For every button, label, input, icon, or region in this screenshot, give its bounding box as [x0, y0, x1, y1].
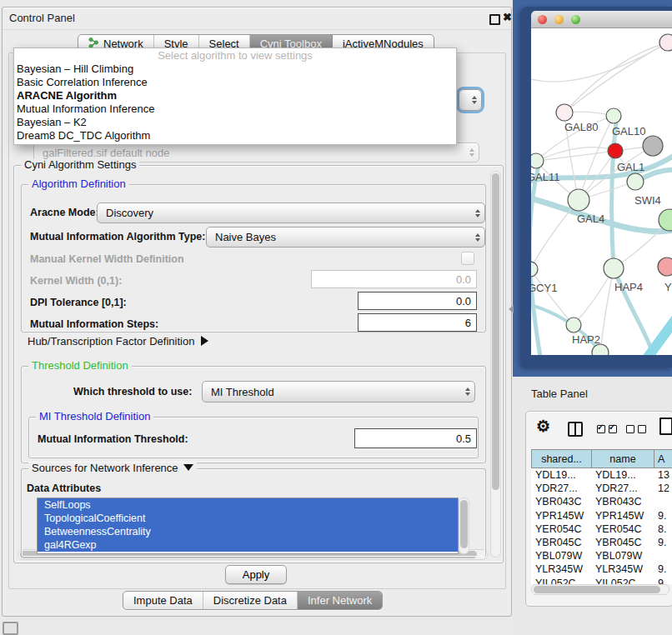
network-node-gal10[interactable]	[606, 108, 621, 123]
table-cell: YBL079W	[531, 549, 591, 562]
network-edge-thick[interactable]	[644, 318, 672, 355]
table-row[interactable]: YER054CYER054C8.	[531, 522, 672, 536]
mi-type-combo[interactable]: Naive Bayes	[206, 227, 485, 248]
file-icon[interactable]	[659, 418, 672, 435]
network-edge[interactable]	[564, 42, 668, 112]
minimize-window-icon[interactable]	[554, 15, 564, 24]
node-label-gal11: GAL11	[531, 171, 560, 183]
manual-kernel-checkbox[interactable]	[461, 252, 474, 265]
expander-right-icon[interactable]	[201, 336, 208, 346]
algorithm-dropdown-popup: Select algorithm to view settings Bayesi…	[13, 48, 457, 145]
algorithm-option-mutual-information-inference[interactable]: Mutual Information Inference	[14, 102, 456, 116]
network-node[interactable]	[659, 209, 672, 231]
deselect-all-icon[interactable]	[626, 425, 646, 433]
network-node-gal11[interactable]	[531, 153, 544, 168]
column-header-1[interactable]: shared...	[531, 449, 591, 468]
restore-panel-icon[interactable]	[3, 622, 18, 635]
table-cell: YLR345W	[591, 562, 654, 576]
network-edge[interactable]	[531, 269, 574, 325]
mi-steps-field[interactable]: 6	[358, 313, 477, 332]
collapse-down-icon[interactable]	[183, 464, 193, 471]
mi-threshold-field[interactable]: 0.5	[354, 428, 477, 448]
network-node-gcy1[interactable]	[531, 262, 538, 277]
network-canvas[interactable]: GAL80GAL10GAL1GAL11SWI4GAL4GCY1HAP4YHAP2	[531, 28, 672, 355]
column-header-3[interactable]: A	[654, 449, 672, 468]
network-node-y[interactable]	[658, 258, 672, 276]
network-node-gal1[interactable]	[608, 143, 623, 158]
float-panel-icon[interactable]	[489, 14, 500, 25]
network-edge[interactable]	[564, 42, 668, 112]
network-node-hap2[interactable]	[566, 318, 581, 332]
tab-impute-data[interactable]: Impute Data	[123, 592, 203, 609]
combo-stepper-icon	[472, 96, 477, 104]
attribute-item-gal4rgexp[interactable]: gal4RGexp	[38, 538, 458, 552]
table-row[interactable]: YIL052CYIL052C9	[531, 577, 672, 585]
aracne-mode-combo[interactable]: Discovery	[97, 202, 485, 223]
threshold-definition-title: Threshold Definition	[28, 360, 132, 372]
collapse-divider-icon[interactable]	[509, 305, 514, 313]
algorithm-option-aracne-algorithm[interactable]: ARACNE Algorithm	[14, 89, 456, 102]
network-node-gal4[interactable]	[568, 189, 589, 211]
column-header-2[interactable]: name	[591, 449, 654, 468]
network-node-gal80[interactable]	[556, 104, 573, 121]
apply-button[interactable]: Apply	[225, 565, 287, 584]
network-edge[interactable]	[536, 148, 615, 161]
table-cell	[654, 549, 672, 562]
hub-definition-expander[interactable]: Hub/Transcription Factor Definition	[28, 335, 208, 348]
which-threshold-combo[interactable]: MI Threshold	[202, 381, 475, 402]
table-horizontal-scrollbar[interactable]	[531, 584, 669, 595]
mi-type-label: Mutual Information Algorithm Type:	[30, 231, 205, 242]
mi-threshold-label: Mutual Information Threshold:	[38, 433, 188, 445]
table-row[interactable]: YDL19...YDL19...13	[531, 468, 672, 482]
sources-group-title[interactable]: Sources for Network Inference	[28, 462, 197, 474]
gear-icon[interactable]: ⚙	[536, 417, 550, 436]
algorithm-option-dream8-dc-tdc-algorithm[interactable]: Dream8 DC_TDC Algorithm	[14, 129, 456, 142]
table-cell: YBR045C	[591, 536, 654, 549]
kernel-width-field[interactable]: 0.0	[311, 270, 477, 288]
attribute-item-selfloops[interactable]: SelfLoops	[38, 498, 458, 512]
table-cell: YIL052C	[591, 577, 654, 585]
inference-algorithm-combo[interactable]	[459, 89, 482, 111]
dpi-tolerance-label: DPI Tolerance [0,1]:	[30, 297, 127, 308]
network-node-hap4[interactable]	[604, 258, 624, 278]
table-row[interactable]: YBR045CYBR045C9.	[531, 536, 672, 549]
attribute-item-betweennesscentrality[interactable]: BetweennessCentrality	[38, 525, 458, 538]
node-label-swi4: SWI4	[634, 194, 661, 207]
tab-discretize-data[interactable]: Discretize Data	[203, 592, 298, 609]
tab-infer-network[interactable]: Infer Network	[298, 592, 382, 609]
network-edge[interactable]	[600, 268, 614, 352]
table-cell: YDR27...	[531, 482, 591, 495]
close-window-icon[interactable]	[538, 15, 547, 24]
network-node[interactable]	[643, 136, 663, 156]
dpi-tolerance-field[interactable]: 0.0	[358, 292, 477, 310]
table-cell: 8.	[654, 522, 672, 536]
split-column-icon[interactable]	[568, 422, 583, 437]
table-row[interactable]: YLR345WYLR345W9.	[531, 562, 672, 576]
table-body[interactable]: YDL19...YDL19...13YDR27...YDR27...12YBR0…	[531, 468, 672, 584]
table-header-row[interactable]: shared...nameA	[531, 449, 672, 468]
data-attributes-label: Data Attributes	[27, 482, 101, 494]
data-attributes-list[interactable]: SelfLoopsTopologicalCoefficientBetweenne…	[37, 498, 459, 554]
zoom-window-icon[interactable]	[571, 15, 580, 24]
table-row[interactable]: YBL079WYBL079W	[531, 549, 672, 562]
attributes-list-scrollbar[interactable]	[459, 498, 469, 554]
network-node-swi4[interactable]	[627, 173, 644, 190]
network-window-titlebar[interactable]	[531, 11, 672, 28]
mi-type-value: Naive Bayes	[215, 231, 276, 243]
algorithm-option-basic-correlation-inference[interactable]: Basic Correlation Inference	[14, 76, 456, 89]
close-panel-icon[interactable]: ✖	[503, 11, 512, 23]
table-row[interactable]: YPR145WYPR145W9.	[531, 509, 672, 522]
algorithm-option-bayesian-hill-climbing[interactable]: Bayesian – Hill Climbing	[14, 62, 456, 76]
table-row[interactable]: YDR27...YDR27...12	[531, 482, 672, 495]
network-table-combo-value: galFiltered.sif default node	[43, 147, 169, 159]
network-edge-thick[interactable]	[531, 165, 541, 355]
network-view-window[interactable]: GAL80GAL10GAL1GAL11SWI4GAL4GCY1HAP4YHAP2	[521, 7, 672, 368]
select-all-icon[interactable]	[597, 425, 617, 433]
attribute-item-topologicalcoefficient[interactable]: TopologicalCoefficient	[38, 512, 458, 525]
network-node[interactable]	[659, 34, 672, 51]
network-edge[interactable]	[531, 42, 668, 82]
settings-vertical-scrollbar[interactable]	[490, 171, 501, 558]
algorithm-option-bayesian-k2[interactable]: Bayesian – K2	[14, 116, 456, 129]
which-threshold-value: MI Threshold	[211, 386, 274, 398]
table-row[interactable]: YBR043CYBR043C	[531, 495, 672, 508]
